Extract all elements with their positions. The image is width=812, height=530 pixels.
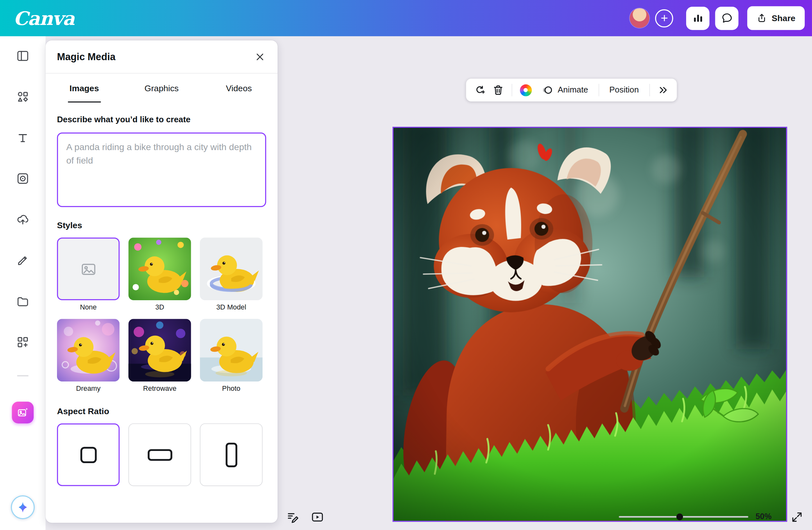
- tab-label: Videos: [226, 83, 252, 93]
- add-people-button[interactable]: [655, 9, 673, 27]
- ai-assistant-button[interactable]: [11, 496, 34, 519]
- sidebar-item-brand[interactable]: [10, 166, 35, 191]
- style-option-dreamy[interactable]: Dreamy: [57, 319, 120, 393]
- zoom-level[interactable]: 50%: [756, 512, 772, 521]
- sidebar-item-elements[interactable]: [10, 85, 35, 109]
- avatar[interactable]: [630, 8, 649, 28]
- delete-icon: [492, 84, 504, 96]
- style-label: 3D: [128, 304, 191, 312]
- sidebar-item-design[interactable]: [10, 44, 35, 69]
- style-dreamy-thumbnail: [57, 319, 120, 382]
- sidebar-item-apps[interactable]: [10, 330, 35, 355]
- sidebar-item-text[interactable]: [10, 125, 35, 150]
- topbar-actions: Share: [630, 6, 804, 30]
- toolbar-divider: [598, 84, 599, 96]
- color-picker-button[interactable]: [516, 80, 535, 99]
- tab-graphics[interactable]: Graphics: [123, 74, 200, 103]
- style-option-3d[interactable]: 3D: [128, 237, 191, 311]
- styles-grid: None 3D: [57, 237, 266, 393]
- sidebar-item-projects[interactable]: [10, 289, 35, 314]
- style-label: Retrowave: [128, 385, 191, 393]
- more-options-button[interactable]: [654, 80, 672, 99]
- red-panda-artwork: [393, 128, 786, 521]
- style-retrowave-thumbnail: [128, 319, 191, 382]
- position-button[interactable]: Position: [603, 80, 645, 99]
- expand-icon: [791, 511, 803, 523]
- generate-again-icon: [473, 84, 486, 96]
- context-toolbar: Animate Position: [466, 79, 677, 101]
- style-option-3d-model[interactable]: 3D Model: [200, 237, 263, 311]
- comments-button[interactable]: [715, 6, 739, 30]
- brand-icon: [16, 172, 29, 185]
- sidebar-item-draw[interactable]: [10, 248, 35, 273]
- selected-image[interactable]: [393, 127, 787, 522]
- close-icon: [254, 51, 266, 62]
- aspect-option-portrait[interactable]: [200, 424, 263, 486]
- landscape-ratio-icon: [146, 444, 173, 465]
- style-label: Photo: [200, 385, 263, 393]
- topbar: Canva Share: [0, 0, 812, 36]
- position-label: Position: [609, 86, 639, 95]
- present-icon: [310, 511, 324, 524]
- sidebar: [0, 36, 45, 530]
- upload-icon: [757, 13, 767, 23]
- prompt-input[interactable]: [57, 132, 266, 207]
- styles-label: Styles: [57, 221, 266, 231]
- canva-logo[interactable]: Canva: [13, 9, 74, 27]
- draw-icon: [16, 253, 29, 267]
- describe-label: Describe what you’d like to create: [57, 115, 266, 124]
- animate-button[interactable]: Animate: [535, 80, 595, 99]
- design-icon: [16, 49, 29, 63]
- bar-chart-icon: [692, 12, 704, 24]
- animate-icon: [541, 84, 554, 96]
- generate-again-button[interactable]: [470, 80, 489, 99]
- toolbar-divider: [649, 84, 650, 96]
- square-ratio-icon: [78, 444, 99, 465]
- notes-icon: [286, 511, 299, 524]
- chat-bubble-icon: [721, 12, 733, 24]
- delete-button[interactable]: [489, 80, 508, 99]
- tab-label: Images: [70, 83, 99, 93]
- style-label: 3D Model: [200, 304, 263, 312]
- aspect-ratio-label: Aspect Ratio: [57, 407, 266, 416]
- apps-icon: [16, 335, 29, 349]
- projects-icon: [16, 294, 29, 308]
- zoom-slider-handle[interactable]: [676, 513, 683, 520]
- toolbar-divider: [512, 84, 512, 96]
- zoom-slider[interactable]: [619, 516, 748, 517]
- text-icon: [16, 131, 29, 144]
- aspect-ratio-options: [57, 424, 266, 486]
- share-label: Share: [772, 13, 795, 23]
- style-option-retrowave[interactable]: Retrowave: [128, 319, 191, 393]
- magic-media-icon: [17, 407, 29, 419]
- style-3d-model-thumbnail: [200, 237, 263, 300]
- aspect-option-square[interactable]: [57, 424, 120, 486]
- portrait-ratio-icon: [221, 441, 242, 468]
- canva-editor: Canva Share: [0, 0, 812, 530]
- style-3d-thumbnail: [128, 237, 191, 300]
- elements-icon: [16, 90, 29, 103]
- notes-button[interactable]: [285, 509, 301, 525]
- plus-icon: [659, 13, 669, 23]
- present-button[interactable]: [310, 509, 325, 525]
- insights-button[interactable]: [686, 6, 710, 30]
- sidebar-item-magic-media[interactable]: [12, 402, 34, 424]
- color-wheel-icon: [520, 84, 532, 96]
- fullscreen-button[interactable]: [789, 509, 805, 525]
- uploads-icon: [16, 213, 29, 226]
- panel-header: Magic Media: [45, 40, 278, 74]
- panel-tabs: Images Graphics Videos: [45, 74, 278, 103]
- tab-label: Graphics: [144, 83, 179, 93]
- sidebar-item-uploads[interactable]: [10, 207, 35, 232]
- more-chevrons-icon: [657, 85, 669, 96]
- tab-images[interactable]: Images: [45, 74, 123, 103]
- animate-label: Animate: [558, 86, 588, 95]
- aspect-option-landscape[interactable]: [128, 424, 191, 486]
- style-photo-thumbnail: [200, 319, 263, 382]
- share-button[interactable]: Share: [747, 6, 804, 30]
- tab-videos[interactable]: Videos: [200, 74, 278, 103]
- style-option-photo[interactable]: Photo: [200, 319, 263, 393]
- style-option-none[interactable]: None: [57, 237, 120, 311]
- close-button[interactable]: [252, 49, 267, 64]
- image-placeholder-icon: [80, 261, 97, 277]
